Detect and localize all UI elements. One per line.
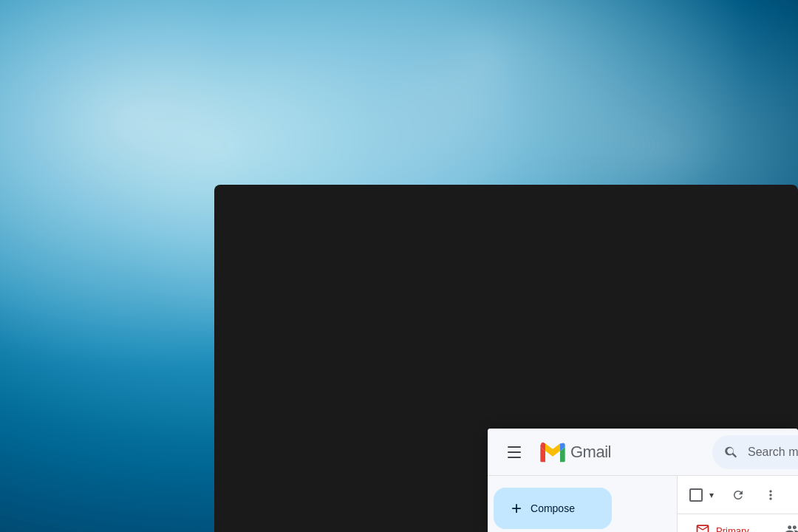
- search-bar[interactable]: [712, 435, 798, 469]
- refresh-button[interactable]: [725, 482, 751, 508]
- gmail-main: + Compose Inbox 152 Starred: [488, 476, 798, 532]
- email-toolbar: ▾: [678, 476, 798, 514]
- select-all-checkbox[interactable]: [689, 488, 703, 502]
- more-vert-icon: [763, 488, 778, 502]
- refresh-icon: [732, 488, 745, 502]
- gmail-window: Gmail + Compose: [488, 429, 798, 532]
- gmail-logo: Gmail: [538, 437, 611, 467]
- social-tab-icon: [785, 522, 798, 533]
- hamburger-line-1: [508, 446, 521, 448]
- menu-button[interactable]: [499, 437, 529, 467]
- hamburger-line-2: [508, 451, 521, 453]
- search-icon: [724, 445, 739, 460]
- primary-tab-icon: [695, 522, 710, 533]
- gmail-m-icon: [538, 437, 567, 467]
- gmail-wordmark: Gmail: [570, 443, 611, 462]
- search-input[interactable]: [748, 446, 798, 459]
- compose-label: Compose: [531, 502, 575, 514]
- tab-primary[interactable]: Primary: [678, 514, 767, 532]
- tabs-row: Primary S: [678, 514, 798, 532]
- compose-plus-icon: +: [511, 499, 522, 517]
- laptop-bezel: Gmail + Compose: [214, 185, 798, 532]
- email-area: ▾ Primary: [677, 476, 798, 532]
- select-all-area[interactable]: ▾: [689, 482, 719, 508]
- hamburger-line-3: [508, 457, 521, 458]
- sidebar: + Compose Inbox 152 Starred: [488, 476, 677, 532]
- gmail-header: Gmail: [488, 429, 798, 476]
- primary-tab-label: Primary: [716, 525, 749, 532]
- header-left: Gmail: [499, 437, 706, 467]
- compose-button[interactable]: + Compose: [494, 488, 612, 529]
- more-options-button[interactable]: [757, 482, 784, 508]
- tab-social[interactable]: S: [767, 514, 798, 532]
- select-dropdown-button[interactable]: ▾: [704, 482, 719, 508]
